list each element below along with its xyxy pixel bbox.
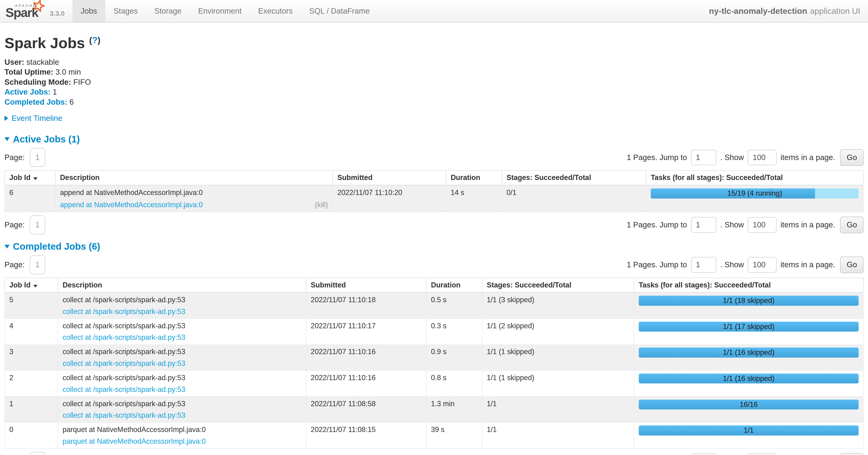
job-id-cell: 5 [5, 292, 58, 319]
page-label: Page: [4, 260, 25, 269]
col-submitted[interactable]: Submitted [306, 278, 426, 293]
tab-sql-dataframe[interactable]: SQL / DataFrame [301, 0, 378, 22]
event-timeline-toggle[interactable]: Event Timeline [4, 114, 864, 123]
job-description-link[interactable]: collect at /spark-scripts/spark-ad.py:53 [63, 385, 185, 394]
job-tasks-cell: 16/16 [634, 397, 863, 423]
show-text: . Show [720, 220, 744, 229]
job-id-cell: 4 [5, 319, 58, 345]
tab-storage[interactable]: Storage [146, 0, 190, 22]
progress-label: 1/1 (17 skipped) [639, 322, 859, 332]
page-title: Spark Jobs (?) [4, 32, 864, 52]
application-ui-suffix: application UI [810, 6, 860, 16]
page-label: Page: [4, 220, 25, 229]
job-id-cell: 0 [5, 422, 58, 449]
page-number-pill[interactable]: 1 [30, 255, 45, 274]
col-stages[interactable]: Stages: Succeeded/Total [502, 171, 646, 186]
job-description-link[interactable]: collect at /spark-scripts/spark-ad.py:53 [63, 411, 185, 419]
col-description[interactable]: Description [55, 171, 333, 186]
job-description-text: parquet at NativeMethodAccessorImpl.java… [63, 425, 302, 434]
job-tasks-cell: 1/1 (16 skipped) [634, 371, 863, 397]
show-items-input[interactable] [748, 217, 777, 232]
sort-desc-icon [33, 285, 37, 287]
pages-jump-text: 1 Pages. Jump to [627, 260, 687, 269]
tab-executors[interactable]: Executors [250, 0, 301, 22]
job-description-cell: collect at /spark-scripts/spark-ad.py:53… [58, 371, 306, 397]
go-button[interactable]: Go [840, 217, 864, 233]
jump-to-page-input[interactable] [691, 454, 717, 455]
job-id-cell: 2 [5, 371, 58, 397]
job-description-link[interactable]: collect at /spark-scripts/spark-ad.py:53 [63, 333, 185, 341]
job-tasks-cell: 1/1 (16 skipped) [634, 345, 863, 371]
go-button[interactable]: Go [840, 149, 864, 166]
active-jobs-heading[interactable]: Active Jobs (1) [4, 134, 864, 145]
jump-to-page-input[interactable] [691, 150, 717, 165]
col-submitted[interactable]: Submitted [333, 171, 446, 186]
tab-jobs[interactable]: Jobs [72, 0, 105, 22]
pagination-bar-completed-bottom: Page: 1 1 Pages. Jump to . Show items in… [4, 452, 864, 455]
show-items-input[interactable] [748, 257, 777, 273]
completed-jobs-count: 6 [69, 97, 73, 106]
col-stages[interactable]: Stages: Succeeded/Total [482, 278, 634, 293]
job-stages-cell: 1/1 [482, 422, 634, 449]
job-id-cell: 1 [5, 397, 58, 423]
job-description-text: append at NativeMethodAccessorImpl.java:… [60, 189, 328, 197]
go-button[interactable]: Go [840, 453, 864, 455]
job-submitted-cell: 2022/11/07 11:10:16 [306, 345, 426, 371]
job-tasks-cell: 1/1 (17 skipped) [634, 319, 863, 345]
show-items-input[interactable] [748, 454, 777, 455]
job-duration-cell: 0.9 s [426, 345, 482, 371]
job-submitted-cell: 2022/11/07 11:10:16 [306, 371, 426, 397]
application-title: ny-tlc-anomaly-detection application UI [709, 0, 868, 22]
col-duration[interactable]: Duration [446, 171, 502, 186]
job-duration-cell: 39 s [426, 422, 482, 449]
job-description-text: collect at /spark-scripts/spark-ad.py:53 [63, 322, 302, 330]
job-description-link[interactable]: collect at /spark-scripts/spark-ad.py:53 [63, 359, 185, 367]
show-text: . Show [720, 260, 744, 269]
job-stages-cell: 1/1 (1 skipped) [482, 371, 634, 397]
jump-to-page-input[interactable] [691, 217, 717, 232]
event-timeline-label: Event Timeline [11, 114, 62, 123]
kill-job-link[interactable]: (kill) [315, 201, 328, 209]
job-description-cell: append at NativeMethodAccessorImpl.java:… [55, 185, 333, 212]
job-description-text: collect at /spark-scripts/spark-ad.py:53 [63, 347, 302, 356]
col-job-id[interactable]: Job Id [5, 171, 55, 186]
jump-to-page-input[interactable] [691, 257, 717, 273]
page-number-pill[interactable]: 1 [30, 148, 45, 167]
tab-environment[interactable]: Environment [190, 0, 250, 22]
col-tasks[interactable]: Tasks (for all stages): Succeeded/Total [646, 171, 863, 186]
show-items-input[interactable] [748, 150, 777, 165]
job-submitted-cell: 2022/11/07 11:08:58 [306, 397, 426, 423]
job-description-link[interactable]: collect at /spark-scripts/spark-ad.py:53 [63, 307, 185, 316]
job-description-link[interactable]: parquet at NativeMethodAccessorImpl.java… [63, 437, 206, 445]
job-duration-cell: 1.3 min [426, 397, 482, 423]
pages-jump-text: 1 Pages. Jump to [627, 220, 687, 229]
uptime-value: 3.0 min [56, 67, 81, 76]
tasks-progress-bar: 1/1 (17 skipped) [639, 322, 859, 332]
go-button[interactable]: Go [840, 256, 864, 273]
job-duration-cell: 0.5 s [426, 292, 482, 319]
col-duration[interactable]: Duration [426, 278, 482, 293]
navbar: APACHE Spark 3.3.0 Jobs Stages Storage E… [0, 0, 868, 23]
completed-jobs-link[interactable]: Completed Jobs: [4, 97, 67, 106]
job-tasks-cell: 1/1 (18 skipped) [634, 292, 863, 319]
completed-jobs-heading[interactable]: Completed Jobs (6) [4, 241, 864, 252]
tab-stages[interactable]: Stages [105, 0, 146, 22]
active-jobs-header-row: Job Id Description Submitted Duration St… [5, 171, 863, 186]
col-job-id[interactable]: Job Id [5, 278, 58, 293]
active-jobs-link[interactable]: Active Jobs: [4, 88, 51, 96]
job-description-link[interactable]: append at NativeMethodAccessorImpl.java:… [60, 201, 203, 209]
page-number-pill[interactable]: 1 [30, 216, 45, 234]
page-number-pill[interactable]: 1 [30, 452, 45, 455]
completed-jobs-header-row: Job Id Description Submitted Duration St… [5, 278, 863, 293]
items-in-page-text: items in a page. [781, 153, 835, 162]
col-tasks[interactable]: Tasks (for all stages): Succeeded/Total [634, 278, 863, 293]
job-duration-cell: 0.3 s [426, 319, 482, 345]
items-in-page-text: items in a page. [781, 220, 835, 229]
job-description-cell: collect at /spark-scripts/spark-ad.py:53… [58, 292, 306, 319]
help-question-link[interactable]: ? [92, 35, 97, 45]
job-tasks-cell: 15/19 (4 running) [646, 185, 863, 212]
pagination-bar-active-top: Page: 1 1 Pages. Jump to . Show items in… [4, 148, 864, 167]
job-tasks-cell: 1/1 [634, 422, 863, 449]
col-description[interactable]: Description [58, 278, 306, 293]
tasks-progress-bar: 1/1 [639, 425, 859, 435]
